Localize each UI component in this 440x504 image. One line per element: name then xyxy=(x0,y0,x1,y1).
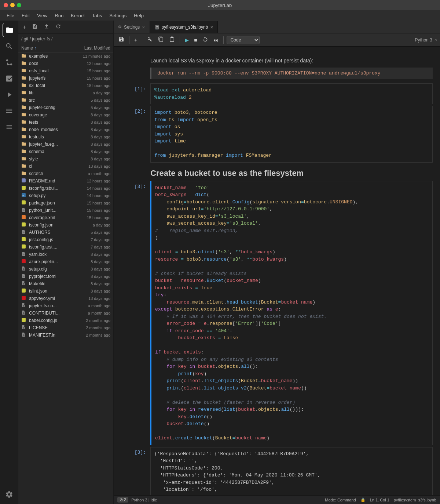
file-list-item[interactable]: tsconfig.tsbui... 14 hours ago xyxy=(18,185,113,192)
file-list-item[interactable]: azure-pipelin... 8 days ago xyxy=(18,258,113,265)
file-list-header: Name ↑ Last Modified xyxy=(18,44,113,52)
file-list-item[interactable]: schema 8 days ago xyxy=(18,148,113,155)
file-list-name-header[interactable]: Name ↑ xyxy=(21,46,70,51)
file-list-item[interactable]: scratch a month ago xyxy=(18,170,113,177)
file-list-item[interactable]: Makefile 8 days ago xyxy=(18,280,113,287)
file-list-item[interactable]: ci 13 days ago xyxy=(18,163,113,170)
file-list-item[interactable]: CONTRIBUTI... a month ago xyxy=(18,309,113,317)
menu-view[interactable]: View xyxy=(34,12,50,19)
add-cell-button[interactable]: + xyxy=(132,36,139,44)
file-date-text: 12 hours ago xyxy=(77,61,110,66)
upload-button[interactable] xyxy=(42,23,51,32)
run-cell-button[interactable]: ▶ xyxy=(183,36,191,44)
tab-notebook[interactable]: 📓 pyfilesystem_s3fs.ipynb × xyxy=(150,21,218,33)
file-list-item[interactable]: README.md 12 hours ago xyxy=(18,177,113,185)
file-list-item[interactable]: yarn.lock 8 days ago xyxy=(18,251,113,258)
file-list-item[interactable]: appveyor.yml 13 days ago xyxy=(18,295,113,302)
cell-type-selector[interactable]: Code Markdown Raw xyxy=(227,36,260,44)
file-list-item[interactable]: docs 12 hours ago xyxy=(18,60,113,67)
file-icon xyxy=(21,215,27,221)
file-list-item[interactable]: jupyter-fs.co... a month ago xyxy=(18,302,113,309)
tab-settings-close[interactable]: × xyxy=(142,24,145,30)
minimize-button[interactable] xyxy=(10,3,15,7)
file-list-item[interactable]: src 5 days ago xyxy=(18,97,113,104)
cell-2-line-6 xyxy=(154,145,429,152)
file-list-item[interactable]: package.json 15 hours ago xyxy=(18,199,113,207)
notebook-content[interactable]: Launch local S3 via s3proxy in a docker … xyxy=(114,47,440,495)
menu-edit[interactable]: Edit xyxy=(19,12,33,19)
file-list-item[interactable]: osfs_local 15 hours ago xyxy=(18,67,113,75)
file-list-item[interactable]: tsconfig.test.... 7 days ago xyxy=(18,243,113,251)
close-button[interactable] xyxy=(4,3,8,7)
activity-commands-icon[interactable] xyxy=(3,104,16,117)
file-list-item[interactable]: tsconfig.json a day ago xyxy=(18,221,113,229)
menu-file[interactable]: File xyxy=(4,12,17,19)
new-folder-button[interactable]: + xyxy=(21,23,27,31)
cell-3-line-10: resource = boto3.resource('s3', **boto_k… xyxy=(155,256,429,263)
file-list-item[interactable]: python_junit... 15 hours ago xyxy=(18,207,113,214)
activity-settings-icon[interactable] xyxy=(3,488,16,501)
file-name-text: babel.config.js xyxy=(29,318,77,323)
maximize-button[interactable] xyxy=(17,3,21,7)
activity-files-icon[interactable] xyxy=(3,23,16,37)
tab-settings[interactable]: ⚙ Settings × xyxy=(114,21,150,33)
cell-1-body[interactable]: %load_ext autoreload %autoreload 2 xyxy=(150,83,433,104)
file-date-text: 8 days ago xyxy=(77,260,110,264)
cell-3-line-27: # delete the bucket (faster in reverse o… xyxy=(155,399,429,406)
file-list-item[interactable]: py setup.py 14 hours ago xyxy=(18,192,113,199)
file-name-text: tsconfig.json xyxy=(29,222,77,228)
file-list-item[interactable]: jest.config.js 7 days ago xyxy=(18,236,113,243)
file-list-item[interactable]: tests 8 days ago xyxy=(18,119,113,126)
file-name-text: style xyxy=(29,156,77,162)
file-list-item[interactable]: lib a day ago xyxy=(18,89,113,97)
copy-button[interactable] xyxy=(156,36,166,44)
paste-button[interactable] xyxy=(167,36,177,44)
file-list-item[interactable]: MANIFEST.in 2 months ago xyxy=(18,331,113,339)
svg-rect-12 xyxy=(22,289,26,293)
activity-run-icon[interactable] xyxy=(3,88,16,101)
tab-notebook-close[interactable]: × xyxy=(210,24,213,30)
file-name-text: tsconfig.test.... xyxy=(29,244,77,250)
cell-2-body[interactable]: import boto3, botocore from fs import op… xyxy=(150,106,433,163)
file-list-item[interactable]: coverage 8 days ago xyxy=(18,111,113,119)
file-list-item[interactable]: setup.cfg 8 days ago xyxy=(18,265,113,273)
file-list-item[interactable]: examples 11 minutes ago xyxy=(18,52,113,60)
cut-button[interactable] xyxy=(145,36,155,44)
menu-tabs[interactable]: Tabs xyxy=(89,12,105,19)
cell-3-output-code: {'ResponseMetadata': {'RequestId': '4442… xyxy=(151,447,432,496)
stop-kernel-button[interactable]: ■ xyxy=(192,36,199,44)
file-list-item[interactable]: node_modules 8 days ago xyxy=(18,126,113,133)
menu-run[interactable]: Run xyxy=(52,12,66,19)
activity-tabs-icon[interactable] xyxy=(3,120,16,134)
file-list-item[interactable]: babel.config.js 2 months ago xyxy=(18,317,113,324)
file-list-item[interactable]: pyproject.toml 8 days ago xyxy=(18,273,113,280)
menu-kernel[interactable]: Kernel xyxy=(68,12,88,19)
file-list: examples 11 minutes ago docs 12 hours ag… xyxy=(18,52,113,504)
restart-run-all-button[interactable]: ⏭ xyxy=(212,36,220,44)
cell-3-line-29: key.delete() xyxy=(155,413,429,421)
file-list-item[interactable]: jupyterfs 15 hours ago xyxy=(18,75,113,82)
file-list-item[interactable]: LICENSE 2 months ago xyxy=(18,324,113,331)
file-list-item[interactable]: style 8 days ago xyxy=(18,155,113,163)
save-button[interactable] xyxy=(117,36,126,44)
new-file-button[interactable] xyxy=(30,23,39,32)
file-list-item[interactable]: coverage.xml 15 hours ago xyxy=(18,214,113,221)
file-icon: py xyxy=(21,193,27,199)
file-list-item[interactable]: tslint.json 8 days ago xyxy=(18,287,113,295)
file-list-modified-header[interactable]: Last Modified xyxy=(70,46,110,51)
file-list-item[interactable]: jupyter_fs.eg... 8 days ago xyxy=(18,141,113,148)
menu-help[interactable]: Help xyxy=(131,12,147,19)
activity-property-icon[interactable] xyxy=(3,72,16,85)
restart-kernel-button[interactable] xyxy=(201,36,210,44)
file-list-item[interactable]: AUTHORS 5 days ago xyxy=(18,229,113,236)
cell-2-line-5: import time xyxy=(154,138,429,145)
refresh-button[interactable] xyxy=(54,23,63,32)
file-list-item[interactable]: s3_local 18 hours ago xyxy=(18,82,113,89)
activity-git-icon[interactable] xyxy=(3,56,16,69)
activity-search-icon[interactable] xyxy=(3,40,16,53)
cell-3-body[interactable]: bucket_name = 'foo' boto_kwargs = dict( … xyxy=(150,181,433,445)
menu-settings[interactable]: Settings xyxy=(106,12,129,19)
file-list-item[interactable]: testutils 8 days ago xyxy=(18,133,113,141)
file-list-item[interactable]: jupyter-config 5 days ago xyxy=(18,104,113,111)
file-date-text: 13 days ago xyxy=(77,296,110,301)
